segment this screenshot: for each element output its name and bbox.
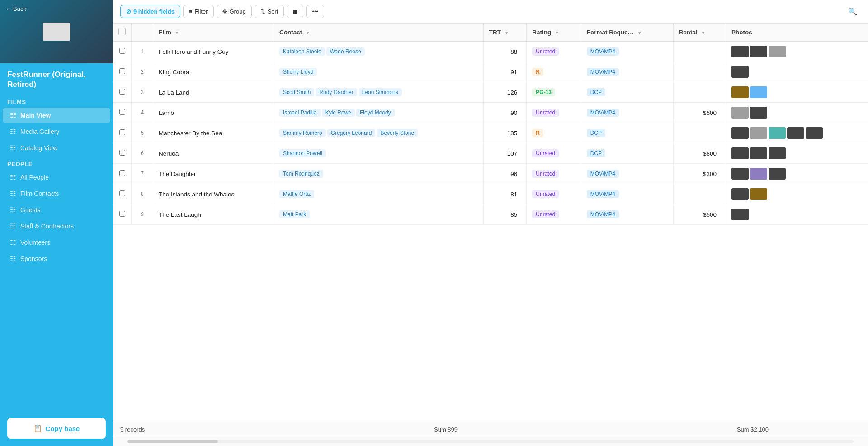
sidebar-item-media-gallery[interactable]: ☷ Media Gallery — [3, 124, 110, 139]
sidebar-item-guests[interactable]: ☷ Guests — [3, 202, 110, 218]
contact-tag[interactable]: Ismael Padilla — [279, 109, 321, 117]
row-checkbox[interactable] — [119, 190, 125, 196]
row-checkbox[interactable] — [119, 48, 125, 54]
photo-thumbnail[interactable] — [769, 147, 786, 159]
photo-thumbnail[interactable] — [731, 127, 749, 139]
search-button[interactable]: 🔍 — [844, 5, 861, 19]
row-checkbox-cell[interactable] — [113, 164, 132, 184]
row-film[interactable]: Lamb — [153, 103, 274, 123]
row-checkbox-cell[interactable] — [113, 184, 132, 204]
row-checkbox-cell[interactable] — [113, 103, 132, 123]
row-checkbox-cell[interactable] — [113, 82, 132, 103]
photo-thumbnail[interactable] — [731, 147, 749, 159]
horizontal-scrollbar[interactable] — [127, 440, 854, 443]
th-format[interactable]: Format Reque… ▼ — [581, 24, 673, 42]
row-checkbox-cell[interactable] — [113, 143, 132, 164]
row-checkbox[interactable] — [119, 211, 125, 217]
table-row[interactable]: 1Folk Hero and Funny GuyKathleen SteeleW… — [113, 42, 868, 62]
row-checkbox-cell[interactable] — [113, 204, 132, 225]
photo-thumbnail[interactable] — [731, 209, 749, 220]
table-row[interactable]: 4LambIsmael PadillaKyle RoweFloyd Moody9… — [113, 103, 868, 123]
th-film[interactable]: Film ▼ — [153, 24, 274, 42]
copy-base-button[interactable]: 📋 Copy base — [7, 418, 106, 439]
photo-thumbnail[interactable] — [750, 147, 767, 159]
header-checkbox[interactable] — [118, 28, 126, 35]
photo-thumbnail[interactable] — [731, 168, 749, 180]
row-film[interactable]: Neruda — [153, 143, 274, 164]
contact-tag[interactable]: Kyle Rowe — [322, 109, 355, 117]
row-film[interactable]: King Cobra — [153, 62, 274, 82]
row-checkbox[interactable] — [119, 109, 125, 115]
contact-tag[interactable]: Sammy Romero — [279, 129, 326, 137]
sort-button[interactable]: ⇅ Sort — [255, 5, 284, 18]
table-row[interactable]: 5Manchester By the SeaSammy RomeroGregor… — [113, 123, 868, 143]
photo-thumbnail[interactable] — [731, 66, 749, 78]
row-checkbox[interactable] — [119, 129, 125, 135]
sidebar-item-main-view[interactable]: ☷ Main View — [3, 108, 110, 123]
row-checkbox-cell[interactable] — [113, 42, 132, 62]
th-contact[interactable]: Contact ▼ — [274, 24, 483, 42]
photo-thumbnail[interactable] — [769, 46, 786, 57]
photo-thumbnail[interactable] — [769, 127, 786, 139]
more-button[interactable]: ••• — [306, 5, 324, 18]
row-checkbox[interactable] — [119, 170, 125, 176]
contact-tag[interactable]: Matt Park — [279, 210, 310, 218]
photo-thumbnail[interactable] — [750, 168, 767, 180]
sidebar-item-volunteers[interactable]: ☷ Volunteers — [3, 235, 110, 250]
photo-thumbnail[interactable] — [769, 168, 786, 180]
filter-button[interactable]: ≡ Filter — [183, 5, 213, 18]
row-checkbox-cell[interactable] — [113, 62, 132, 82]
photo-thumbnail[interactable] — [806, 127, 823, 139]
row-film[interactable]: Folk Hero and Funny Guy — [153, 42, 274, 62]
hidden-fields-button[interactable]: ⊘ 9 hidden fields — [120, 5, 180, 18]
table-row[interactable]: 6NerudaShannon Powell107UnratedDCP$800 — [113, 143, 868, 164]
row-checkbox[interactable] — [119, 68, 125, 74]
photo-thumbnail[interactable] — [750, 86, 767, 98]
contact-tag[interactable]: Gregory Leonard — [327, 129, 376, 137]
scrollbar-thumb[interactable] — [127, 440, 218, 443]
row-film[interactable]: The Last Laugh — [153, 204, 274, 225]
photo-thumbnail[interactable] — [731, 46, 749, 57]
contact-tag[interactable]: Shannon Powell — [279, 149, 326, 157]
back-button[interactable]: ← Back — [5, 5, 26, 12]
table-row[interactable]: 7The DaughterTom Rodriquez96UnratedMOV/M… — [113, 164, 868, 184]
contact-tag[interactable]: Wade Reese — [326, 47, 365, 56]
row-checkbox[interactable] — [119, 89, 125, 95]
row-film[interactable]: The Daughter — [153, 164, 274, 184]
th-rental[interactable]: Rental ▼ — [673, 24, 726, 42]
contact-tag[interactable]: Floyd Moody — [356, 109, 395, 117]
sidebar-item-all-people[interactable]: ☷ All People — [3, 170, 110, 185]
sidebar-item-film-contacts[interactable]: ☷ Film Contacts — [3, 186, 110, 201]
contact-tag[interactable]: Scott Smith — [279, 88, 314, 96]
contact-tag[interactable]: Tom Rodriquez — [279, 170, 323, 178]
sidebar-item-staff-contractors[interactable]: ☷ Staff & Contractors — [3, 218, 110, 234]
row-checkbox[interactable] — [119, 150, 125, 156]
group-button[interactable]: ✥ Group — [217, 5, 252, 18]
th-rating[interactable]: Rating ▼ — [527, 24, 581, 42]
photo-thumbnail[interactable] — [750, 46, 767, 57]
row-checkbox-cell[interactable] — [113, 123, 132, 143]
contact-tag[interactable]: Leon Simmons — [359, 88, 402, 96]
sidebar-item-sponsors[interactable]: ☷ Sponsors — [3, 251, 110, 266]
photo-thumbnail[interactable] — [750, 127, 767, 139]
photo-thumbnail[interactable] — [731, 188, 749, 200]
contact-tag[interactable]: Sherry Lloyd — [279, 68, 317, 76]
table-row[interactable]: 2King CobraSherry Lloyd91RMOV/MP4 — [113, 62, 868, 82]
photo-thumbnail[interactable] — [731, 107, 749, 119]
row-film[interactable]: Manchester By the Sea — [153, 123, 274, 143]
th-trt[interactable]: TRT ▼ — [483, 24, 527, 42]
table-row[interactable]: 9The Last LaughMatt Park85UnratedMOV/MP4… — [113, 204, 868, 225]
photo-thumbnail[interactable] — [731, 86, 749, 98]
table-row[interactable]: 3La La LandScott SmithRudy GardnerLeon S… — [113, 82, 868, 103]
layout-button[interactable]: ≣ — [287, 5, 303, 18]
contact-tag[interactable]: Mattie Ortiz — [279, 190, 314, 198]
photo-thumbnail[interactable] — [750, 107, 767, 119]
sidebar-item-catalog-view[interactable]: ☷ Catalog View — [3, 140, 110, 156]
contact-tag[interactable]: Kathleen Steele — [279, 47, 325, 56]
photo-thumbnail[interactable] — [787, 127, 804, 139]
films-table-container[interactable]: Film ▼ Contact ▼ TRT ▼ Rating ▼ — [113, 24, 868, 422]
table-row[interactable]: 8The Islands and the WhalesMattie Ortiz8… — [113, 184, 868, 204]
row-film[interactable]: La La Land — [153, 82, 274, 103]
contact-tag[interactable]: Beverly Stone — [377, 129, 418, 137]
photo-thumbnail[interactable] — [750, 188, 767, 200]
